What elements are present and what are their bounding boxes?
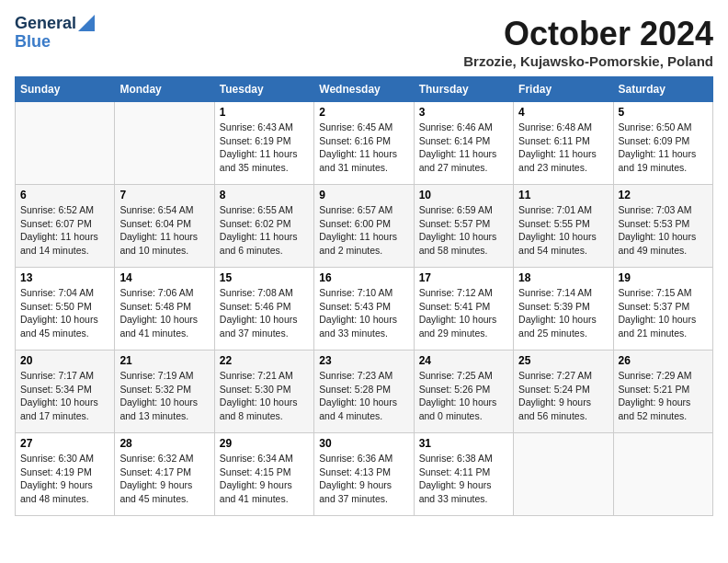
- day-number: 18: [518, 271, 608, 284]
- calendar-cell: 25Sunrise: 7:27 AMSunset: 5:24 PMDayligh…: [514, 350, 613, 433]
- calendar-cell: 20Sunrise: 7:17 AMSunset: 5:34 PMDayligh…: [16, 350, 115, 433]
- day-info: Sunrise: 7:21 AMSunset: 5:30 PMDaylight:…: [220, 369, 309, 423]
- day-number: 30: [319, 437, 408, 450]
- day-number: 4: [518, 106, 608, 119]
- day-info: Sunrise: 6:59 AMSunset: 5:57 PMDaylight:…: [419, 203, 508, 258]
- day-info: Sunrise: 7:19 AMSunset: 5:32 PMDaylight:…: [119, 369, 209, 423]
- day-number: 7: [119, 189, 209, 201]
- calendar-week-row: 13Sunrise: 7:04 AMSunset: 5:50 PMDayligh…: [16, 268, 713, 350]
- day-number: 6: [20, 189, 109, 201]
- header-monday: Monday: [115, 77, 214, 102]
- title-block: October 2024 Brzozie, Kujawsko-Pomorskie…: [463, 15, 713, 69]
- calendar-cell: 8Sunrise: 6:55 AMSunset: 6:02 PMDaylight…: [214, 185, 313, 268]
- day-number: 15: [220, 271, 309, 284]
- calendar-cell: [514, 433, 613, 516]
- day-info: Sunrise: 6:34 AMSunset: 4:15 PMDaylight:…: [220, 452, 309, 506]
- day-number: 20: [20, 354, 109, 367]
- calendar-cell: 27Sunrise: 6:30 AMSunset: 4:19 PMDayligh…: [16, 433, 115, 516]
- day-number: 1: [220, 106, 309, 119]
- calendar-cell: 14Sunrise: 7:06 AMSunset: 5:48 PMDayligh…: [115, 268, 214, 350]
- day-info: Sunrise: 6:30 AMSunset: 4:19 PMDaylight:…: [20, 452, 109, 506]
- day-info: Sunrise: 7:14 AMSunset: 5:39 PMDaylight:…: [518, 286, 608, 340]
- header-wednesday: Wednesday: [314, 77, 414, 102]
- header-tuesday: Tuesday: [214, 77, 313, 102]
- day-info: Sunrise: 6:46 AMSunset: 6:14 PMDaylight:…: [419, 121, 508, 175]
- calendar-cell: 11Sunrise: 7:01 AMSunset: 5:55 PMDayligh…: [514, 185, 613, 268]
- svg-marker-0: [78, 15, 95, 31]
- day-number: 28: [119, 437, 209, 450]
- logo-general-text: General: [15, 15, 76, 33]
- calendar-cell: [115, 102, 214, 185]
- calendar-cell: 3Sunrise: 6:46 AMSunset: 6:14 PMDaylight…: [414, 102, 513, 185]
- calendar-cell: 21Sunrise: 7:19 AMSunset: 5:32 PMDayligh…: [115, 350, 214, 433]
- calendar-cell: 9Sunrise: 6:57 AMSunset: 6:00 PMDaylight…: [314, 185, 414, 268]
- day-number: 24: [419, 354, 508, 367]
- calendar-cell: 26Sunrise: 7:29 AMSunset: 5:21 PMDayligh…: [613, 350, 712, 433]
- day-info: Sunrise: 7:10 AMSunset: 5:43 PMDaylight:…: [319, 286, 408, 340]
- month-title: October 2024: [463, 15, 713, 53]
- calendar-cell: 31Sunrise: 6:38 AMSunset: 4:11 PMDayligh…: [414, 433, 513, 516]
- day-number: 2: [319, 106, 408, 119]
- day-info: Sunrise: 7:15 AMSunset: 5:37 PMDaylight:…: [619, 286, 708, 340]
- header-sunday: Sunday: [16, 77, 115, 102]
- day-info: Sunrise: 6:54 AMSunset: 6:04 PMDaylight:…: [119, 203, 209, 258]
- logo-triangle-icon: [78, 15, 95, 31]
- day-info: Sunrise: 7:23 AMSunset: 5:28 PMDaylight:…: [319, 369, 408, 423]
- location-text: Brzozie, Kujawsko-Pomorskie, Poland: [463, 53, 713, 69]
- day-info: Sunrise: 7:03 AMSunset: 5:53 PMDaylight:…: [619, 203, 708, 258]
- day-number: 23: [319, 354, 408, 367]
- calendar-cell: 2Sunrise: 6:45 AMSunset: 6:16 PMDaylight…: [314, 102, 414, 185]
- calendar-cell: 30Sunrise: 6:36 AMSunset: 4:13 PMDayligh…: [314, 433, 414, 516]
- calendar-cell: 6Sunrise: 6:52 AMSunset: 6:07 PMDaylight…: [16, 185, 115, 268]
- page-header: General Blue October 2024 Brzozie, Kujaw…: [15, 15, 713, 69]
- calendar-cell: 17Sunrise: 7:12 AMSunset: 5:41 PMDayligh…: [414, 268, 513, 350]
- day-number: 11: [518, 189, 608, 201]
- calendar-cell: 7Sunrise: 6:54 AMSunset: 6:04 PMDaylight…: [115, 185, 214, 268]
- calendar-cell: 13Sunrise: 7:04 AMSunset: 5:50 PMDayligh…: [16, 268, 115, 350]
- day-info: Sunrise: 6:45 AMSunset: 6:16 PMDaylight:…: [319, 121, 408, 175]
- calendar-cell: 15Sunrise: 7:08 AMSunset: 5:46 PMDayligh…: [214, 268, 313, 350]
- calendar-cell: 23Sunrise: 7:23 AMSunset: 5:28 PMDayligh…: [314, 350, 414, 433]
- day-info: Sunrise: 6:32 AMSunset: 4:17 PMDaylight:…: [119, 452, 209, 506]
- day-number: 14: [119, 271, 209, 284]
- calendar-cell: 28Sunrise: 6:32 AMSunset: 4:17 PMDayligh…: [115, 433, 214, 516]
- calendar-table: SundayMondayTuesdayWednesdayThursdayFrid…: [15, 76, 713, 516]
- day-info: Sunrise: 6:38 AMSunset: 4:11 PMDaylight:…: [419, 452, 508, 506]
- calendar-cell: 12Sunrise: 7:03 AMSunset: 5:53 PMDayligh…: [613, 185, 712, 268]
- calendar-week-row: 20Sunrise: 7:17 AMSunset: 5:34 PMDayligh…: [16, 350, 713, 433]
- calendar-cell: 1Sunrise: 6:43 AMSunset: 6:19 PMDaylight…: [214, 102, 313, 185]
- calendar-cell: 10Sunrise: 6:59 AMSunset: 5:57 PMDayligh…: [414, 185, 513, 268]
- day-info: Sunrise: 6:55 AMSunset: 6:02 PMDaylight:…: [220, 203, 309, 258]
- calendar-cell: [613, 433, 712, 516]
- logo: General Blue: [15, 15, 95, 52]
- day-info: Sunrise: 7:27 AMSunset: 5:24 PMDaylight:…: [518, 369, 608, 423]
- day-info: Sunrise: 7:04 AMSunset: 5:50 PMDaylight:…: [20, 286, 109, 340]
- day-number: 8: [220, 189, 309, 201]
- day-info: Sunrise: 7:17 AMSunset: 5:34 PMDaylight:…: [20, 369, 109, 423]
- day-number: 13: [20, 271, 109, 284]
- day-number: 25: [518, 354, 608, 367]
- day-number: 3: [419, 106, 508, 119]
- day-number: 26: [619, 354, 708, 367]
- day-info: Sunrise: 7:06 AMSunset: 5:48 PMDaylight:…: [119, 286, 209, 340]
- calendar-cell: 19Sunrise: 7:15 AMSunset: 5:37 PMDayligh…: [613, 268, 712, 350]
- day-number: 19: [619, 271, 708, 284]
- calendar-week-row: 1Sunrise: 6:43 AMSunset: 6:19 PMDaylight…: [16, 102, 713, 185]
- day-info: Sunrise: 7:29 AMSunset: 5:21 PMDaylight:…: [619, 369, 708, 423]
- day-number: 31: [419, 437, 508, 450]
- day-number: 22: [220, 354, 309, 367]
- calendar-cell: 22Sunrise: 7:21 AMSunset: 5:30 PMDayligh…: [214, 350, 313, 433]
- day-number: 17: [419, 271, 508, 284]
- day-info: Sunrise: 6:43 AMSunset: 6:19 PMDaylight:…: [220, 121, 309, 175]
- calendar-week-row: 6Sunrise: 6:52 AMSunset: 6:07 PMDaylight…: [16, 185, 713, 268]
- day-info: Sunrise: 6:48 AMSunset: 6:11 PMDaylight:…: [518, 121, 608, 175]
- day-info: Sunrise: 7:25 AMSunset: 5:26 PMDaylight:…: [419, 369, 508, 423]
- calendar-cell: 5Sunrise: 6:50 AMSunset: 6:09 PMDaylight…: [613, 102, 712, 185]
- day-info: Sunrise: 6:52 AMSunset: 6:07 PMDaylight:…: [20, 203, 109, 258]
- day-info: Sunrise: 6:57 AMSunset: 6:00 PMDaylight:…: [319, 203, 408, 258]
- day-number: 27: [20, 437, 109, 450]
- day-info: Sunrise: 7:08 AMSunset: 5:46 PMDaylight:…: [220, 286, 309, 340]
- day-number: 10: [419, 189, 508, 201]
- calendar-cell: [16, 102, 115, 185]
- day-number: 16: [319, 271, 408, 284]
